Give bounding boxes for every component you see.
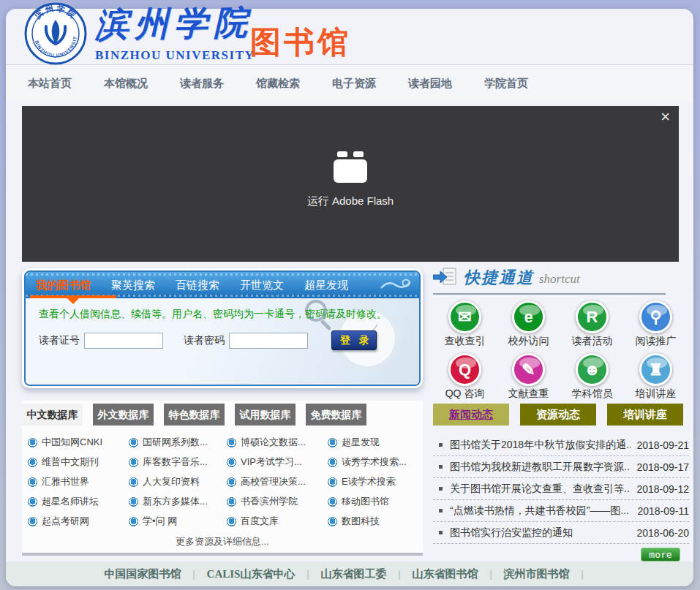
footer-link-shandong-library[interactable]: 山东省图书馆 (412, 567, 478, 581)
shortcut-training-lectures[interactable]: ♜ 培训讲座 (624, 353, 688, 401)
nav-item-about[interactable]: 本馆概况 (104, 77, 148, 91)
flash-banner[interactable]: × 运行 Adobe Flash (22, 106, 679, 262)
db-link-chaoxing-discovery[interactable]: 超星发现 (328, 436, 423, 449)
magnifier-icon: ⚲ (639, 300, 672, 333)
bullet-icon (129, 497, 138, 507)
bullet-icon (227, 477, 236, 487)
university-logo-icon[interactable]: 滨 州 学 院 BINZHOU UNIVERSITY (24, 2, 87, 65)
shortcut-offcampus-access[interactable]: e 校外访问 (497, 300, 560, 348)
footer-link-national-library[interactable]: 中国国家图书馆 (105, 567, 181, 581)
tab-foreign-databases[interactable]: 外文数据库 (93, 404, 154, 426)
main-container: 本站首页 本馆概况 读者服务 馆藏检索 电子资源 读者园地 学院首页 × 运行 … (6, 9, 693, 586)
db-link-boshuo[interactable]: 博硕论文数据... (227, 436, 328, 449)
arrow-document-icon (433, 267, 458, 289)
tab-resource-updates[interactable]: 资源动态 (520, 404, 596, 426)
shortcut-panel: 快捷通道 shortcut ✉ 查收查引 e 校外访问 R 读者活动 ⚲ (433, 267, 689, 401)
db-link-kuke-music[interactable]: 库客数字音乐... (129, 455, 227, 469)
news-item[interactable]: 关于图书馆开展论文查重、查收查引等... 2018-09-12 (433, 478, 689, 500)
shortcut-reading-promotion[interactable]: ⚲ 阅读推广 (624, 300, 688, 348)
db-link-vip-exam[interactable]: VIP考试学习... (227, 455, 328, 469)
bullet-icon (28, 497, 37, 507)
db-link-shutu-tech[interactable]: 数图科技 (328, 515, 423, 528)
bullet-icon (328, 477, 337, 487)
square-bullet-icon (439, 509, 443, 513)
db-link-chaoxing-lectures[interactable]: 超星名师讲坛 (28, 495, 129, 508)
db-link-qidian-kaoyan[interactable]: 起点考研网 (28, 515, 129, 528)
db-link-shuxiang[interactable]: 书香滨州学院 (227, 495, 328, 508)
shortcut-title: 快捷通道 (464, 267, 534, 289)
shortcut-subtitle: shortcut (539, 272, 580, 287)
nav-item-home[interactable]: 本站首页 (28, 77, 72, 91)
footer-link-shandong-committee[interactable]: 山东省图工委 (320, 567, 386, 581)
footer-separator: | (398, 568, 400, 580)
news-item[interactable]: “点燃读书热情，共建书香校园”——图... 2018-09-11 (433, 500, 689, 522)
bullet-icon (328, 517, 337, 526)
news-item[interactable]: 图书馆实行治安监控的通知 2018-06-20 (433, 522, 689, 544)
db-link-cnki[interactable]: 中国知网CNKI (28, 436, 129, 449)
tab-kaishi-lanwen[interactable]: 开世览文 (240, 279, 284, 292)
bullet-icon (227, 438, 236, 447)
shortcut-reader-activities[interactable]: R 读者活动 (560, 300, 624, 348)
close-icon[interactable]: × (661, 109, 670, 125)
bullet-icon (129, 438, 138, 447)
shortcut-subject-librarian[interactable]: ☻ 学科馆员 (560, 353, 624, 401)
db-link-xuewen[interactable]: 学•问 网 (129, 515, 227, 528)
envelope-icon: ✉ (448, 300, 481, 333)
login-notice: 查看个人借阅信息、续借等。用户名、密码均为一卡通号，密码请及时修改。 (39, 308, 387, 321)
flash-run-label: 运行 Adobe Flash (307, 194, 394, 208)
nav-item-reader-services[interactable]: 读者服务 (180, 77, 224, 91)
my-library-panel: 我的图书馆 聚英搜索 百链搜索 开世览文 超星发现 (22, 268, 423, 388)
footer-separator: | (193, 568, 195, 580)
footer-link-binzhou-city-library[interactable]: 滨州市图书馆 (503, 567, 569, 581)
page-title: 图书馆 (250, 22, 351, 63)
browser-e-icon: e (512, 300, 545, 333)
db-link-weipu[interactable]: 维普中文期刊 (28, 455, 129, 469)
tab-bailian-search[interactable]: 百链搜索 (176, 279, 219, 292)
tab-juying-search[interactable]: 聚英搜索 (111, 279, 155, 292)
db-link-renda[interactable]: 人大复印资料 (129, 475, 227, 488)
nav-item-catalog-search[interactable]: 馆藏检索 (256, 77, 300, 91)
tab-free-databases[interactable]: 免费数据库 (306, 404, 366, 426)
reader-id-label: 读者证号 (39, 334, 80, 347)
reader-password-input[interactable] (229, 333, 308, 349)
nav-item-reader-corner[interactable]: 读者园地 (408, 77, 452, 91)
nav-item-university-home[interactable]: 学院首页 (484, 77, 528, 91)
login-button[interactable]: 登 录 (331, 330, 377, 350)
news-list: 图书馆关于2018年中秋节放假安排的通... 2018-09-21 图书馆为我校… (433, 434, 689, 544)
pencil-icon: ✎ (512, 353, 545, 386)
more-news-button[interactable]: more (641, 548, 680, 561)
shortcut-qq-consult[interactable]: Q QQ 咨询 (433, 353, 497, 401)
db-link-baidu-wenku[interactable]: 百度文库 (227, 515, 328, 528)
db-link-guoyan[interactable]: 国研网系列数... (129, 436, 227, 449)
reader-id-input[interactable] (84, 333, 163, 349)
tab-training-lectures[interactable]: 培训讲座 (607, 404, 683, 426)
db-link-xindongfang[interactable]: 新东方多媒体... (129, 495, 227, 508)
tab-news[interactable]: 新闻动态 (433, 404, 509, 426)
tab-trial-databases[interactable]: 试用数据库 (235, 404, 296, 426)
tab-my-library[interactable]: 我的图书馆 (36, 279, 91, 292)
university-name-cn: 滨州学院 (94, 0, 255, 48)
square-bullet-icon (439, 465, 443, 469)
reader-password-label: 读者密码 (184, 334, 225, 347)
shortcut-plagiarism-check[interactable]: ✎ 文献查重 (497, 353, 560, 401)
footer-separator: | (306, 568, 309, 580)
tab-chaoxing-discovery[interactable]: 超星发现 (304, 279, 348, 292)
tab-special-databases[interactable]: 特色数据库 (164, 404, 225, 426)
reader-activity-icon: R (576, 300, 609, 333)
nav-item-e-resources[interactable]: 电子资源 (332, 77, 376, 91)
db-link-gaoxiao-decision[interactable]: 高校管理决策... (227, 475, 328, 488)
db-link-huiya[interactable]: 汇雅书世界 (28, 475, 129, 488)
bullet-icon (328, 438, 337, 447)
footer: 中国国家图书馆 | CALIS山东省中心 | 山东省图工委 | 山东省图书馆 |… (6, 561, 693, 586)
bullet-icon (227, 458, 236, 467)
db-link-duxiu[interactable]: 读秀学术搜索... (328, 455, 423, 469)
news-item[interactable]: 图书馆为我校新进教职工开展数字资源... 2018-09-17 (433, 456, 689, 478)
more-resources-link[interactable]: 更多资源及详细信息... (22, 535, 423, 548)
db-link-mobile-library[interactable]: 移动图书馆 (328, 495, 423, 508)
tab-chinese-databases[interactable]: 中文数据库 (22, 404, 83, 426)
footer-link-calis-shandong[interactable]: CALIS山东省中心 (207, 567, 296, 581)
news-item[interactable]: 图书馆关于2018年中秋节放假安排的通... 2018-09-21 (433, 434, 689, 456)
people-icon: ☻ (576, 353, 609, 386)
db-link-edu-search[interactable]: E读学术搜索 (328, 475, 423, 488)
shortcut-citation-check[interactable]: ✉ 查收查引 (433, 300, 497, 348)
